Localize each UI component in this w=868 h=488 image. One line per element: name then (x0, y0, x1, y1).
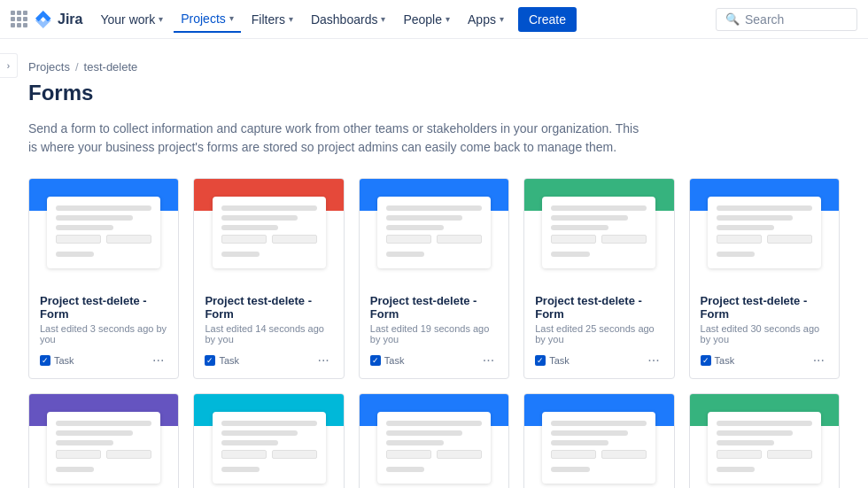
search-placeholder: Search (745, 12, 784, 27)
form-card[interactable]: Project test-delete - Form Last edited 3… (689, 178, 840, 379)
form-line (551, 252, 589, 257)
search-bar[interactable]: 🔍 Search (716, 8, 857, 31)
form-line (56, 252, 94, 257)
form-box (56, 235, 101, 244)
nav-people[interactable]: People ▾ (396, 7, 457, 32)
breadcrumb-project-name[interactable]: test-delete (84, 60, 138, 74)
form-box (717, 235, 762, 244)
form-card-body (542, 412, 655, 484)
form-box (272, 450, 317, 459)
form-line (386, 421, 482, 426)
form-line (717, 225, 774, 230)
form-card-preview (524, 394, 673, 488)
form-tag-label: Task (715, 355, 735, 366)
create-button[interactable]: Create (518, 7, 577, 32)
chevron-down-icon: ▾ (446, 14, 450, 24)
form-line (551, 225, 608, 230)
form-box (386, 235, 431, 244)
form-box (767, 450, 812, 459)
page-description: Send a form to collect information and c… (28, 120, 648, 157)
form-card-info: Project test-delete - Form Last edited 3… (690, 285, 839, 378)
form-card-body (47, 197, 160, 268)
form-box (601, 450, 647, 459)
form-card-title: Project test-delete - Form (701, 294, 828, 321)
nav-dashboards[interactable]: Dashboards ▾ (304, 7, 393, 32)
form-card-meta: Last edited 19 seconds ago by you (370, 323, 498, 345)
form-box (437, 450, 482, 459)
form-line (551, 215, 627, 221)
form-box (56, 450, 101, 459)
chevron-down-icon: ▾ (159, 14, 163, 24)
form-line (717, 440, 774, 445)
form-card-title: Project test-delete - Form (205, 294, 332, 321)
form-box (221, 450, 267, 459)
nav-your-work[interactable]: Your work ▾ (93, 7, 170, 32)
form-card[interactable]: Project test-delete - Form Last edited 1… (359, 178, 509, 379)
form-card[interactable]: Project test-delete - Form Last edited 2… (523, 178, 674, 379)
form-card-footer: ✓ Task ··· (40, 352, 167, 369)
form-box (551, 235, 596, 244)
nav-projects[interactable]: Projects ▾ (174, 6, 241, 33)
form-box (767, 235, 812, 244)
form-line (717, 252, 755, 257)
sidebar-toggle[interactable]: › (0, 53, 18, 78)
form-card-footer: ✓ Task ··· (535, 352, 663, 369)
forms-grid: Project test-delete - Form Last edited 3… (28, 178, 840, 488)
form-line (386, 467, 424, 472)
nav-filters[interactable]: Filters ▾ (244, 7, 300, 32)
form-card[interactable]: Project test-delete - Form Last edited 1… (523, 393, 674, 488)
form-card[interactable]: Project test-delete - Form Last edited 4… (193, 393, 344, 488)
form-line (717, 467, 755, 472)
form-line (717, 215, 793, 221)
form-more-button[interactable]: ··· (314, 352, 332, 369)
form-card[interactable]: Project test-delete - Form Last edited 1… (359, 393, 509, 488)
grid-icon[interactable] (11, 11, 27, 27)
form-card-body (47, 412, 160, 484)
form-card-meta: Last edited 14 seconds ago by you (205, 323, 332, 345)
form-more-button[interactable]: ··· (644, 352, 663, 369)
form-tag: ✓ Task (40, 355, 74, 366)
form-line (56, 430, 132, 436)
form-box (551, 450, 596, 459)
form-line (56, 467, 94, 472)
form-line (221, 225, 279, 230)
task-checkbox-icon: ✓ (370, 355, 381, 366)
form-line (221, 440, 279, 445)
form-box (717, 450, 762, 459)
form-card-preview (360, 394, 508, 488)
form-line (386, 440, 444, 445)
breadcrumb: Projects / test-delete (28, 60, 840, 74)
form-tag: ✓ Task (701, 355, 735, 366)
form-line (386, 215, 462, 221)
form-card-footer: ✓ Task ··· (701, 352, 828, 369)
form-more-button[interactable]: ··· (479, 352, 498, 369)
chevron-down-icon: ▾ (500, 14, 504, 24)
form-card[interactable]: Project test-delete - Form Last edited 1… (193, 178, 344, 379)
form-more-button[interactable]: ··· (810, 352, 828, 369)
form-card-body (542, 197, 655, 268)
form-card[interactable]: Project test-delete - Form Last edited 3… (28, 178, 179, 379)
form-line (551, 205, 647, 211)
chevron-down-icon: ▾ (289, 14, 293, 24)
breadcrumb-projects[interactable]: Projects (28, 60, 70, 74)
form-tag: ✓ Task (205, 355, 239, 366)
form-card-preview (29, 394, 178, 488)
form-line (56, 440, 113, 445)
form-more-button[interactable]: ··· (149, 352, 167, 369)
nav-apps[interactable]: Apps ▾ (461, 7, 511, 32)
chevron-down-icon: ▾ (381, 14, 385, 24)
form-card[interactable]: Project test-delete - Form Last edited 1… (689, 393, 840, 488)
form-card[interactable]: Project test-delete - Form Last edited 3… (28, 393, 179, 488)
form-box (386, 450, 431, 459)
form-line (386, 252, 424, 257)
form-line (386, 225, 444, 230)
navbar: Jira Your work ▾ Projects ▾ Filters ▾ Da… (0, 0, 868, 39)
form-tag-label: Task (384, 355, 405, 366)
form-card-preview (360, 179, 508, 285)
form-line (551, 467, 589, 472)
form-line (717, 430, 793, 436)
jira-logo[interactable]: Jira (33, 9, 82, 30)
form-card-footer: ✓ Task ··· (370, 352, 498, 369)
form-card-title: Project test-delete - Form (370, 294, 498, 321)
form-card-body (708, 197, 821, 268)
